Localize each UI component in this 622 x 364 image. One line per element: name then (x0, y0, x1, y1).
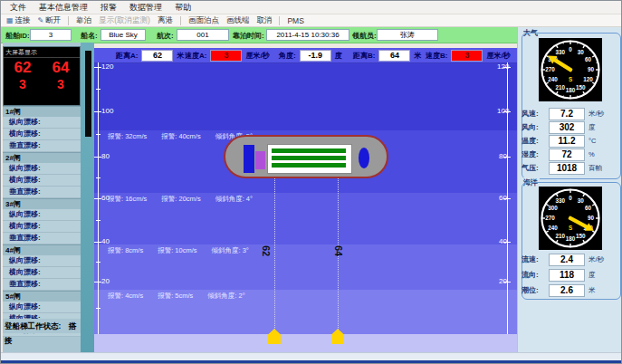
axis-tick (94, 198, 101, 199)
axis-minor-tick (96, 262, 100, 263)
axis-label: 20 (499, 277, 507, 285)
speed-a-box: 3 (210, 50, 242, 62)
axis-label: 40 (499, 237, 507, 245)
berth-button[interactable]: 靠泊 (76, 15, 91, 26)
berth-time-field[interactable]: 2011-4-15 10:30:36 (266, 29, 349, 41)
app-window: 文件 基本信息管理 报警 数据管理 帮助 ▦连接 ✎断开 靠泊 显示(取消监测)… (0, 0, 622, 364)
alarm-speed-a: 报警: 16cm/s (108, 195, 147, 204)
speed-b-unit: 厘米/秒 (486, 51, 510, 61)
svg-text:0: 0 (569, 195, 572, 201)
alarm-speed-b: 报警: 10cm/s (158, 246, 196, 255)
ship-name-field[interactable]: Blue Sky (100, 29, 146, 41)
list-item: 横向漂移: (3, 267, 81, 279)
axis-tick (94, 67, 101, 68)
svg-text:240: 240 (548, 76, 558, 82)
display-cancel-monitor-button[interactable]: 显示(取消监测) (99, 15, 150, 26)
speed-a-readout: 3 (19, 77, 26, 91)
axis-label: 80 (101, 152, 110, 160)
wind-speed-unit: 米/秒 (589, 110, 604, 119)
pms-button[interactable]: PMS (287, 16, 303, 25)
humidity-label: 湿度: (522, 149, 549, 159)
angle-unit: 度 (335, 51, 342, 61)
svg-text:180: 180 (566, 235, 576, 242)
connect-icon: ▦ (6, 16, 14, 24)
list-item: 纵向漂移: (3, 255, 81, 267)
svg-text:60: 60 (585, 56, 592, 62)
alarm-speed-a: 报警: 4cm/s (108, 292, 143, 301)
menu-basic-info[interactable]: 基本信息管理 (39, 2, 88, 14)
speed-b-readout: 3 (57, 77, 64, 91)
alarm-angle: 倾斜角度: 4° (215, 195, 253, 204)
svg-text:30: 30 (578, 197, 585, 204)
axis-label: 80 (499, 152, 507, 160)
pilot-field[interactable]: 张涛 (377, 29, 438, 41)
wind-speed-label: 风速: (522, 109, 549, 119)
tide-level-value: 2.6 (549, 284, 585, 297)
ship-name-label: 船名: (81, 31, 98, 41)
gate-sections: 1#闸 纵向漂移: 横向漂移: 垂直漂移: 2#闸 纵向漂移: 横向漂移: 垂直… (3, 106, 81, 337)
distance-a-label: 距离A: (116, 51, 138, 61)
gangway-status: 登船梯工作状态: 搭接 (3, 319, 81, 333)
pressure-label: 气压: (522, 163, 549, 173)
right-panel: 大气 (517, 27, 622, 360)
axis-tick (94, 242, 101, 243)
alarm-speed-a: 报警: 8cm/s (108, 246, 143, 255)
current-speed-value: 2.4 (549, 254, 585, 266)
svg-text:150: 150 (576, 84, 586, 91)
alarm-angle: 倾斜角度: 3° (212, 246, 249, 255)
section-header-4: 4#闸 (3, 244, 81, 255)
menu-data-mgmt[interactable]: 数据管理 (129, 2, 162, 14)
current-dir-unit: 度 (589, 271, 596, 280)
angle-label: 角度: (279, 51, 296, 61)
speed-b-box: 3 (451, 50, 483, 62)
axis-tick (94, 111, 101, 112)
list-item: 横向漂移: (3, 175, 81, 187)
ship-info-bar: 船舶ID: 3 船名: Blue Sky 航次: 001 靠泊时间: 2011-… (1, 27, 517, 43)
distance-b-readout: 64 (53, 59, 70, 77)
axis-label: 100 (101, 107, 113, 115)
svg-text:210: 210 (556, 233, 566, 239)
menu-alarm[interactable]: 报警 (100, 2, 117, 14)
svg-text:300: 300 (548, 205, 558, 211)
draw-berth-point-button[interactable]: 画面泊点 (188, 15, 219, 26)
depart-button[interactable]: 离港 (158, 15, 173, 26)
pressure-value: 1018 (549, 162, 585, 175)
list-item: 纵向漂移: (3, 302, 81, 313)
berth-time-label: 靠泊时间: (233, 31, 264, 41)
axis-label: 40 (101, 237, 110, 245)
connect-button[interactable]: ▦连接 (6, 15, 31, 26)
axis-minor-tick (96, 177, 100, 178)
axis-tick (94, 157, 101, 158)
current-gauge: 030 6090 120150 180210 240270 300330 S (539, 187, 602, 250)
disconnect-button[interactable]: ✎断开 (38, 15, 62, 26)
axis-tick (94, 282, 101, 283)
ship-bow (359, 148, 369, 168)
list-item: 垂直漂移: (3, 187, 81, 198)
section-header-5: 5#闸 (3, 291, 81, 302)
speed-a-label: 速度A: (185, 51, 206, 61)
toolbar-separator (180, 16, 181, 25)
tide-level-unit: 米 (589, 286, 596, 295)
menu-help[interactable]: 帮助 (175, 2, 191, 14)
svg-text:330: 330 (556, 197, 566, 204)
alarm-speed-a: 报警: 32cm/s (108, 132, 147, 141)
menu-file[interactable]: 文件 (10, 2, 26, 14)
axis-minor-tick (96, 308, 100, 309)
section-header-1: 1#闸 (3, 106, 81, 117)
ship-id-field[interactable]: 3 (30, 29, 72, 41)
cancel-button[interactable]: 取消 (256, 15, 272, 26)
south-mark: S (569, 76, 572, 82)
divider-scrollbar[interactable] (85, 51, 91, 137)
alarm-speed-b: 报警: 40cm/s (161, 132, 200, 141)
measure-label-b: 64 (333, 245, 344, 256)
measure-line-a (274, 178, 275, 330)
list-item: 纵向漂移: (3, 209, 81, 221)
alarm-angle: 倾斜角度: 2° (207, 292, 244, 301)
section-header-3: 3#闸 (3, 198, 81, 209)
section-header-2: 2#闸 (3, 152, 81, 163)
draw-line-button[interactable]: 画线端 (226, 15, 250, 26)
voyage-field[interactable]: 001 (177, 29, 229, 41)
axis-minor-tick (96, 220, 100, 221)
disconnect-icon: ✎ (38, 16, 44, 24)
alarm-speed-b: 报警: 20cm/s (161, 195, 200, 204)
